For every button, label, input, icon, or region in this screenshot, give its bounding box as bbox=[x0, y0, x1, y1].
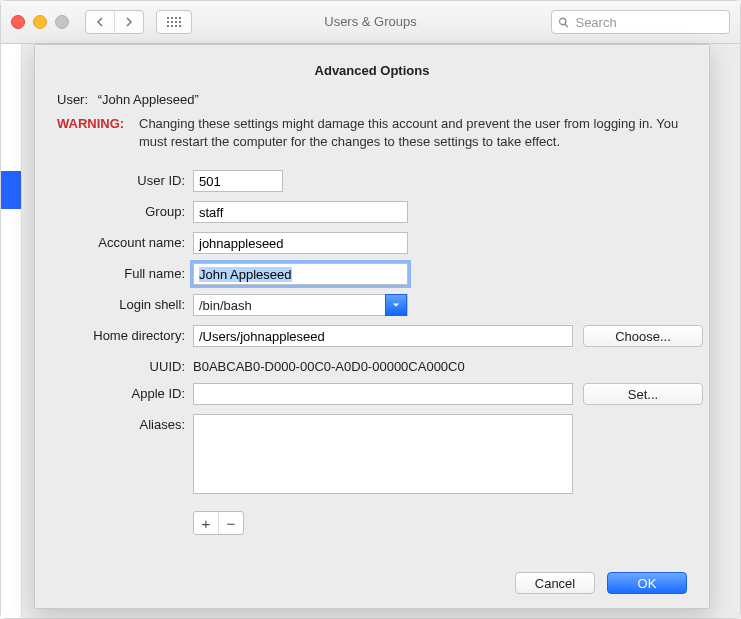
aliases-label: Aliases: bbox=[57, 414, 193, 432]
warning-text: Changing these settings might damage thi… bbox=[139, 115, 687, 150]
chevron-down-icon bbox=[385, 294, 407, 316]
minimize-window-button[interactable] bbox=[33, 15, 47, 29]
warning-label: WARNING: bbox=[57, 115, 139, 150]
warning-block: WARNING: Changing these settings might d… bbox=[57, 115, 687, 150]
back-button[interactable] bbox=[86, 11, 114, 33]
full-name-field[interactable] bbox=[193, 263, 408, 285]
login-shell-combo[interactable]: /bin/bash bbox=[193, 294, 408, 316]
user-id-label: User ID: bbox=[57, 170, 193, 188]
choose-button[interactable]: Choose... bbox=[583, 325, 703, 347]
group-field[interactable] bbox=[193, 201, 408, 223]
ok-button[interactable]: OK bbox=[607, 572, 687, 594]
set-button[interactable]: Set... bbox=[583, 383, 703, 405]
user-line: User: “John Appleseed” bbox=[57, 92, 687, 107]
advanced-options-sheet: Advanced Options User: “John Appleseed” … bbox=[34, 44, 710, 609]
grid-icon bbox=[167, 17, 181, 27]
apple-id-field[interactable] bbox=[193, 383, 573, 405]
show-all-button[interactable] bbox=[156, 10, 192, 34]
forward-button[interactable] bbox=[114, 11, 143, 33]
home-directory-label: Home directory: bbox=[57, 325, 193, 343]
toolbar: Users & Groups bbox=[1, 1, 740, 44]
remove-alias-button[interactable]: − bbox=[218, 512, 243, 534]
preferences-window: Users & Groups Advanced Options User: “J… bbox=[0, 0, 741, 619]
search-field-container[interactable] bbox=[551, 10, 730, 34]
uuid-value: B0ABCAB0-D000-00C0-A0D0-00000CA000C0 bbox=[193, 356, 465, 374]
user-label: User: bbox=[57, 92, 88, 107]
login-shell-value: /bin/bash bbox=[199, 298, 252, 313]
aliases-plusminus: + − bbox=[193, 511, 244, 535]
background-sidebar-selection bbox=[1, 171, 21, 209]
uuid-label: UUID: bbox=[57, 356, 193, 374]
add-alias-button[interactable]: + bbox=[194, 512, 218, 534]
nav-back-forward bbox=[85, 10, 144, 34]
search-icon bbox=[558, 16, 569, 29]
aliases-list[interactable] bbox=[193, 414, 573, 494]
sheet-footer: Cancel OK bbox=[515, 572, 687, 594]
user-id-field[interactable] bbox=[193, 170, 283, 192]
login-shell-label: Login shell: bbox=[57, 294, 193, 312]
zoom-window-button bbox=[55, 15, 69, 29]
close-window-button[interactable] bbox=[11, 15, 25, 29]
search-input[interactable] bbox=[573, 14, 723, 31]
sheet-title: Advanced Options bbox=[57, 63, 687, 78]
account-name-label: Account name: bbox=[57, 232, 193, 250]
user-value: “John Appleseed” bbox=[92, 92, 199, 107]
full-name-label: Full name: bbox=[57, 263, 193, 281]
background-sidebar bbox=[1, 44, 22, 618]
home-directory-field[interactable] bbox=[193, 325, 573, 347]
group-label: Group: bbox=[57, 201, 193, 219]
account-name-field[interactable] bbox=[193, 232, 408, 254]
window-controls bbox=[11, 15, 69, 29]
cancel-button[interactable]: Cancel bbox=[515, 572, 595, 594]
apple-id-label: Apple ID: bbox=[57, 383, 193, 401]
